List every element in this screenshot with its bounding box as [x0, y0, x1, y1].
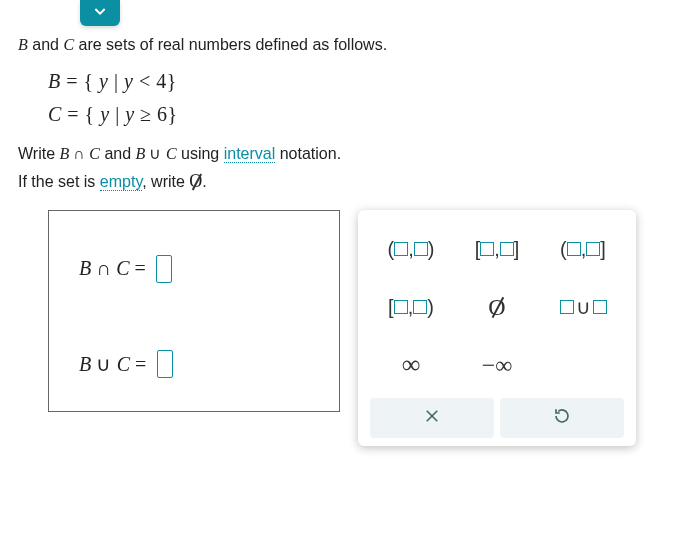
palette-neg-infinity[interactable]: −∞: [456, 338, 538, 392]
collapse-button[interactable]: [80, 0, 120, 26]
palette-open-closed[interactable]: (,]: [542, 222, 624, 276]
reset-icon: [553, 407, 571, 429]
union-label: B ∪ C =: [79, 352, 147, 376]
instruction-line-1: Write B ∩ C and B ∪ C using interval not…: [18, 144, 679, 163]
palette-empty-set[interactable]: O: [456, 280, 538, 334]
palette-reset-button[interactable]: [500, 398, 624, 438]
intro-line: B and C are sets of real numbers defined…: [18, 36, 679, 54]
definition-b: B = { y | y < 4}: [48, 70, 679, 93]
answer-box: B ∩ C = B ∪ C =: [48, 210, 340, 412]
palette-closed-open[interactable]: [,): [370, 280, 452, 334]
union-row: B ∪ C =: [49, 350, 339, 378]
x-icon: [423, 407, 441, 429]
symbol-palette: (,) [,] (,] [,) O ∪ ∞ −∞: [358, 210, 636, 446]
intersection-row: B ∩ C =: [49, 255, 339, 283]
definition-c: C = { y | y ≥ 6}: [48, 103, 679, 126]
union-input[interactable]: [157, 350, 173, 378]
palette-closed-closed[interactable]: [,]: [456, 222, 538, 276]
intersection-label: B ∩ C =: [79, 257, 146, 280]
instruction-line-2: If the set is empty, write O.: [18, 171, 679, 192]
chevron-down-icon: [92, 3, 108, 23]
problem-statement: B and C are sets of real numbers defined…: [18, 36, 679, 192]
intersection-input[interactable]: [156, 255, 172, 283]
palette-clear-button[interactable]: [370, 398, 494, 438]
palette-open-open[interactable]: (,): [370, 222, 452, 276]
palette-union[interactable]: ∪: [542, 280, 624, 334]
interval-link[interactable]: interval: [224, 145, 276, 163]
empty-link[interactable]: empty: [100, 173, 142, 191]
palette-infinity[interactable]: ∞: [370, 338, 452, 392]
